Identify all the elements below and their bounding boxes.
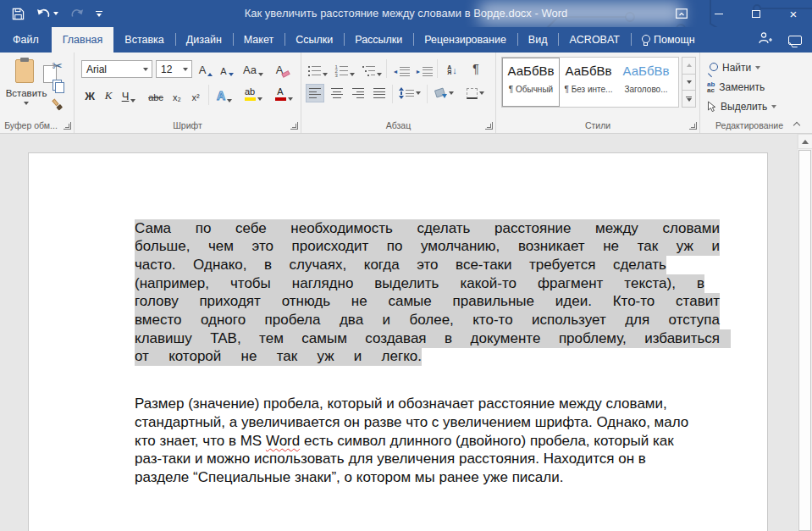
- selected-text-line[interactable]: (например,чтобынаглядновыделитькакой-тоф…: [135, 274, 704, 293]
- line-spacing-button[interactable]: [396, 84, 423, 102]
- font-name-dropdown-arrow[interactable]: [140, 61, 152, 77]
- copy-button[interactable]: [48, 77, 67, 94]
- strikethrough-button[interactable]: abc: [146, 86, 166, 104]
- numbering-arrow[interactable]: [350, 73, 355, 76]
- font-color-dropdown-arrow[interactable]: [288, 97, 293, 101]
- borders-arrow[interactable]: [479, 91, 484, 95]
- shading-button[interactable]: [431, 84, 458, 102]
- cut-button[interactable]: ✂: [48, 58, 67, 75]
- justify-button[interactable]: [370, 84, 389, 102]
- font-size-dropdown-arrow[interactable]: [180, 61, 191, 77]
- align-left-button[interactable]: [306, 84, 324, 102]
- collapse-ribbon-button[interactable]: [793, 121, 800, 128]
- text-line[interactable]: кто знает, что в MS Word есть символ дли…: [135, 432, 748, 451]
- tab-ссылки[interactable]: Ссылки: [284, 27, 344, 53]
- multilevel-arrow[interactable]: [377, 73, 382, 76]
- styles-scroll-down-button[interactable]: [682, 74, 696, 91]
- align-right-button[interactable]: [349, 84, 367, 102]
- borders-button[interactable]: [462, 84, 488, 102]
- style-card-2[interactable]: АаБбВвЗаголово...: [617, 58, 675, 107]
- close-button[interactable]: ×: [775, 0, 812, 27]
- styles-gallery-more-button[interactable]: [682, 90, 696, 108]
- clipboard-dialog-launcher-icon[interactable]: [64, 122, 71, 130]
- selected-text-line[interactable]: откоторойнетакужилегко.: [135, 348, 422, 367]
- align-center-button[interactable]: [328, 84, 346, 102]
- tab-главная[interactable]: Главная: [52, 27, 114, 53]
- underline-button[interactable]: Ч: [119, 86, 139, 104]
- comment-icon[interactable]: [788, 36, 802, 45]
- text-effects-button[interactable]: А: [213, 86, 235, 104]
- underline-dropdown-arrow[interactable]: [130, 99, 135, 102]
- selected-text-line[interactable]: Самапосебенеобходимостьсделатьрасстояние…: [135, 219, 720, 238]
- styles-dialog-launcher-icon[interactable]: [689, 122, 697, 130]
- minimize-button[interactable]: [700, 0, 737, 27]
- tab-макет[interactable]: Макет: [233, 27, 284, 53]
- share-button[interactable]: [758, 31, 773, 48]
- bold-button[interactable]: Ж: [83, 86, 97, 104]
- font-color-button[interactable]: А: [271, 84, 296, 102]
- highlight-dropdown-arrow[interactable]: [257, 97, 262, 101]
- font-name-combobox[interactable]: Arial: [81, 60, 152, 78]
- font-dialog-launcher-icon[interactable]: [290, 122, 298, 130]
- decrease-indent-button[interactable]: ◄: [391, 59, 412, 78]
- paste-dropdown-arrow[interactable]: [24, 102, 29, 105]
- replace-button[interactable]: ab ac Заменить: [707, 81, 765, 93]
- undo-dropdown-arrow[interactable]: [53, 12, 58, 15]
- text-line[interactable]: Размер (значение) пробела, который и обо…: [135, 395, 748, 413]
- scroll-up-button[interactable]: [798, 134, 812, 149]
- clear-formatting-button[interactable]: А: [272, 59, 294, 78]
- maximize-button[interactable]: [737, 0, 775, 27]
- selected-text-line[interactable]: головуприходятотнюдьнесамыеправильныеиде…: [135, 293, 720, 312]
- save-button[interactable]: [12, 8, 25, 20]
- text-line[interactable]: раз-таки и можно использовать для увелич…: [135, 450, 748, 468]
- redo-button-disabled[interactable]: [70, 8, 84, 19]
- tab-дизайн[interactable]: Дизайн: [175, 27, 233, 53]
- tab-вид[interactable]: Вид: [517, 27, 559, 53]
- second-paragraph[interactable]: Размер (значение) пробела, который и обо…: [135, 395, 748, 486]
- tab-acrobat[interactable]: ACROBAT: [558, 27, 631, 53]
- grow-font-button[interactable]: А: [196, 59, 215, 78]
- styles-scroll-up-button[interactable]: [682, 57, 696, 75]
- vertical-scrollbar[interactable]: [797, 134, 812, 531]
- italic-button[interactable]: К: [102, 86, 115, 104]
- font-size-combobox[interactable]: 12: [156, 60, 192, 78]
- tab-вставка[interactable]: Вставка: [113, 27, 174, 53]
- text-line[interactable]: стандартный, а увеличивается он разве чт…: [135, 413, 748, 432]
- style-card-1[interactable]: АаБбВв¶ Без инте...: [560, 58, 617, 107]
- subscript-button[interactable]: х₂: [169, 86, 185, 104]
- bullets-button[interactable]: [307, 59, 329, 78]
- document-page[interactable]: Самапосебенеобходимостьсделатьрасстояние…: [28, 152, 768, 531]
- line-spacing-arrow[interactable]: [416, 91, 421, 95]
- increase-indent-button[interactable]: ►: [414, 59, 434, 78]
- selected-text-line[interactable]: часто.Однако,вслучаях,когдаэтовсе-такитр…: [135, 256, 666, 274]
- selected-text-line[interactable]: больше,чемэтопроисходитпоумолчанию,возни…: [135, 238, 720, 257]
- show-marks-button[interactable]: ¶: [467, 58, 484, 77]
- customize-qat-button[interactable]: [96, 11, 102, 17]
- numbering-button[interactable]: 1 2 3: [334, 59, 356, 78]
- highlight-color-button[interactable]: ab: [240, 84, 266, 102]
- find-button[interactable]: Найти: [707, 62, 760, 74]
- multilevel-list-button[interactable]: [361, 59, 383, 78]
- selected-text-line[interactable]: вместоодногопробеладваиболее,кто-тоиспол…: [135, 311, 720, 329]
- undo-button[interactable]: [36, 8, 58, 19]
- find-dropdown-arrow[interactable]: [755, 66, 760, 69]
- superscript-button[interactable]: х²: [188, 86, 203, 104]
- selected-text-line[interactable]: клавишуTAB,темсамымсоздаваявдокументепро…: [135, 329, 731, 348]
- tab-рецензирование[interactable]: Рецензирование: [413, 27, 517, 53]
- tab-помощн[interactable]: Помощн: [631, 27, 706, 53]
- shrink-font-button[interactable]: А: [218, 59, 236, 78]
- selected-paragraph[interactable]: Самапосебенеобходимостьсделатьрасстояние…: [135, 219, 748, 366]
- ribbon-display-options-button[interactable]: [663, 0, 700, 27]
- tab-файл[interactable]: Файл: [0, 27, 52, 53]
- paste-button[interactable]: Вставить: [4, 56, 48, 119]
- format-painter-button[interactable]: [48, 97, 67, 113]
- bullets-arrow[interactable]: [323, 73, 328, 76]
- select-button[interactable]: Выделить: [707, 101, 776, 113]
- scrollbar-thumb[interactable]: [798, 150, 811, 531]
- paragraph-dialog-launcher-icon[interactable]: [485, 122, 493, 130]
- sort-button[interactable]: АЯ ↓: [441, 58, 463, 77]
- style-card-0[interactable]: АаБбВв¶ Обычный: [502, 58, 560, 107]
- text-line[interactable]: разделе “Специальные знаки”, о котором м…: [135, 468, 748, 487]
- shading-arrow[interactable]: [449, 91, 454, 95]
- change-case-button[interactable]: Аа: [240, 59, 266, 78]
